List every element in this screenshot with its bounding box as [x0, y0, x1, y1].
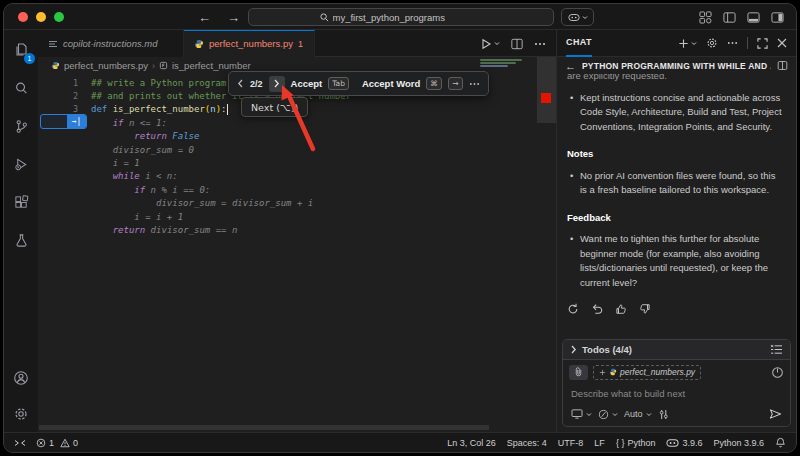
checklist-icon[interactable]: [770, 344, 783, 355]
breadcrumb-file[interactable]: perfect_numbers.py: [64, 60, 148, 71]
chat-panel: CHAT: [556, 30, 796, 432]
ghost-code-line[interactable]: i = 1: [38, 156, 478, 169]
suggestion-counter: 2/2: [250, 79, 263, 89]
chat-tab[interactable]: CHAT: [566, 30, 592, 57]
chat-back-icon[interactable]: ←: [565, 60, 576, 72]
chat-controls: Auto: [563, 402, 790, 426]
next-suggestion-button[interactable]: [269, 76, 285, 92]
problems-indicator[interactable]: 1 0: [36, 438, 78, 448]
python-interpreter[interactable]: Python 3.9.6: [713, 438, 764, 448]
split-editor-icon[interactable]: [511, 38, 523, 50]
breadcrumb-symbol[interactable]: is_perfect_number: [172, 60, 251, 71]
screen: ← →: [0, 0, 800, 456]
chat-settings-gear-icon[interactable]: [706, 37, 718, 49]
auto-model-dropdown[interactable]: Auto: [624, 409, 652, 419]
tab-problem-badge: 1: [298, 39, 303, 49]
remote-indicator-icon[interactable]: [14, 438, 26, 448]
configure-tools-icon[interactable]: [658, 409, 669, 420]
language-mode[interactable]: { } Python: [616, 438, 656, 448]
customize-layout-icon[interactable]: [699, 11, 712, 24]
horizontal-scrollbar[interactable]: [39, 425, 489, 430]
search-sidebar-icon[interactable]: [9, 76, 33, 100]
notifications-bell-icon[interactable]: [775, 437, 786, 448]
chat-more-icon[interactable]: [727, 41, 738, 45]
overview-ruler[interactable]: [537, 57, 556, 424]
testing-icon[interactable]: [9, 228, 33, 252]
titlebar: ← →: [4, 4, 796, 30]
toggle-secondary-sidebar-icon[interactable]: [771, 11, 784, 24]
more-actions-icon[interactable]: [534, 42, 546, 46]
ghost-code-line[interactable]: divisor_sum = divisor_sum + i: [38, 197, 478, 210]
back-arrow-icon[interactable]: ←: [198, 10, 211, 25]
run-debug-icon[interactable]: [9, 152, 33, 176]
copilot-status[interactable]: 3.9.6: [666, 438, 702, 448]
new-chat-button[interactable]: [678, 38, 697, 49]
forward-arrow-icon[interactable]: →: [227, 10, 240, 25]
maximize-panel-icon[interactable]: [757, 38, 768, 49]
toggle-primary-sidebar-icon[interactable]: [723, 11, 736, 24]
accounts-icon[interactable]: [9, 366, 33, 390]
context-row: perfect_numbers.py: [563, 360, 790, 384]
tab-label: copilot-instructions.md: [63, 38, 158, 49]
context-file-name: perfect_numbers.py: [620, 367, 695, 377]
chat-heading: Notes: [567, 147, 782, 162]
context-file-chip[interactable]: perfect_numbers.py: [593, 365, 701, 380]
undo-icon[interactable]: [591, 303, 603, 315]
mode-picker[interactable]: [571, 409, 592, 419]
chat-input-container: Todos (4/4) perfect_numbers.py: [562, 339, 791, 427]
ghost-code-line[interactable]: if n <= 1:: [38, 116, 478, 129]
attach-context-button[interactable]: [569, 365, 588, 380]
accept-word-button[interactable]: Accept Word: [362, 78, 420, 89]
ghost-code-line[interactable]: return divisor_sum == n: [38, 223, 478, 236]
scrollbar-thumb[interactable]: [537, 57, 556, 123]
zoom-window-button[interactable]: [54, 12, 64, 22]
retry-icon[interactable]: [567, 303, 579, 315]
code-text: divisor_sum = divisor_sum + i: [78, 198, 313, 208]
ghost-code-line[interactable]: divisor_sum = 0: [38, 143, 478, 156]
chat-input[interactable]: [571, 388, 782, 399]
code-text: def is_perfect_number(n):: [78, 104, 228, 115]
tab-copilot-instructions[interactable]: copilot-instructions.md: [38, 30, 184, 57]
minimap[interactable]: [478, 57, 536, 424]
run-python-file-button[interactable]: [480, 38, 500, 50]
encoding[interactable]: UTF-8: [558, 438, 584, 448]
close-window-button[interactable]: [18, 12, 28, 22]
source-control-icon[interactable]: [9, 114, 33, 138]
code-editor[interactable]: 1## write a Python program that asks the…: [38, 74, 478, 424]
indentation[interactable]: Spaces: 4: [507, 438, 547, 448]
tab-suggestion-pill[interactable]: →|: [40, 114, 87, 129]
ghost-code-line[interactable]: if n % i == 0:: [38, 183, 478, 196]
model-picker[interactable]: [598, 409, 618, 420]
search-input[interactable]: [333, 12, 483, 23]
vscode-window: ← →: [3, 3, 797, 453]
ghost-code-line[interactable]: while i < n:: [38, 170, 478, 183]
thumbs-down-icon[interactable]: [639, 303, 651, 315]
close-panel-icon[interactable]: [777, 38, 787, 48]
command-center-search[interactable]: [248, 8, 554, 26]
tab-perfect-numbers[interactable]: perfect_numbers.py 1: [184, 30, 315, 57]
chat-topbar: CHAT: [557, 30, 796, 57]
send-button[interactable]: [769, 408, 782, 420]
accept-button[interactable]: Accept: [291, 78, 323, 89]
todos-header[interactable]: Todos (4/4): [563, 340, 790, 360]
toggle-panel-icon[interactable]: [747, 11, 760, 24]
thumbs-up-icon[interactable]: [615, 303, 627, 315]
settings-gear-icon[interactable]: [9, 402, 33, 426]
eol-sequence[interactable]: LF: [594, 438, 605, 448]
ghost-code-line[interactable]: return False: [38, 130, 478, 143]
chat-bullet-item: No prior AI convention files were found,…: [567, 169, 782, 198]
next-tooltip: Next (⌥]): [241, 97, 308, 117]
previous-suggestion-icon[interactable]: [237, 79, 244, 88]
ghost-code-line[interactable]: i = i + 1: [38, 210, 478, 223]
minimize-window-button[interactable]: [36, 12, 46, 22]
chat-heading: Feedback: [567, 211, 782, 226]
explorer-icon[interactable]: 1: [9, 38, 33, 62]
status-bar: 1 0 Ln 3, Col 26 Spaces: 4 UTF-8 LF { } …: [4, 432, 796, 452]
extensions-icon[interactable]: [9, 190, 33, 214]
suggestion-more-icon[interactable]: [469, 82, 480, 86]
open-in-editor-icon[interactable]: [777, 60, 788, 71]
session-usage-icon[interactable]: [771, 366, 784, 379]
cursor-position[interactable]: Ln 3, Col 26: [447, 438, 496, 448]
copilot-menu-button[interactable]: [561, 8, 594, 26]
chat-content[interactable]: are explicitly requested. Kept instructi…: [557, 74, 796, 338]
